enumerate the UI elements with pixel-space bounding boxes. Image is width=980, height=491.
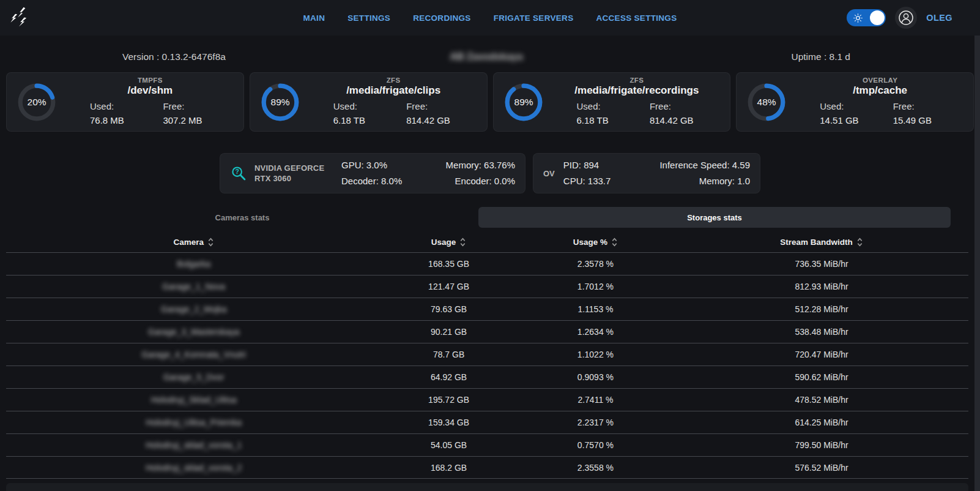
bandwidth-value: 614.25 MiB/hr: [675, 418, 968, 427]
column-header-bandwidth[interactable]: Stream Bandwidth: [675, 237, 968, 247]
next-section-edge: [6, 483, 968, 491]
nav-link-access-settings[interactable]: ACCESS SETTINGS: [596, 13, 677, 23]
camera-name: Garage_4_Komnata_Vnutri: [6, 350, 381, 359]
storage-card-cache: 48% OVERLAY /tmp/cache Used: 14.51 GB Fr…: [736, 72, 974, 132]
column-header-camera[interactable]: Camera: [6, 237, 381, 247]
bandwidth-value: 720.47 MiB/hr: [675, 350, 968, 359]
storage-cards-row: 20% TMPFS /dev/shm Used: 76.8 MB Free: 3…: [0, 70, 980, 132]
used-value: 14.51 GB: [820, 113, 893, 127]
column-header-usage-percent[interactable]: Usage %: [516, 237, 675, 247]
sort-icon: [459, 237, 466, 247]
sort-icon: [207, 237, 214, 247]
top-navbar: MAIN SETTINGS RECORDINGS FRIGATE SERVERS…: [0, 0, 980, 36]
storage-card-clips: 89% ZFS /media/frigate/clips Used: 6.18 …: [250, 72, 488, 132]
free-value: 15.49 GB: [893, 113, 966, 127]
camera-name: Garage_2_Mojka: [6, 304, 381, 314]
column-header-usage[interactable]: Usage: [381, 237, 516, 247]
storage-stats-table: Camera Usage Usage % Stream Bandwidth Bo…: [6, 232, 968, 479]
usage-percent-value: 1.1022 %: [516, 350, 675, 359]
bandwidth-value: 590.62 MiB/hr: [675, 372, 968, 382]
storage-info: TMPFS /dev/shm Used: 76.8 MB Free: 307.2…: [64, 77, 236, 127]
usage-percent-value: 2.3578 %: [516, 259, 675, 269]
used-label: Used:: [90, 99, 163, 113]
used-label: Used:: [820, 99, 893, 113]
version-label: Version : 0.13.2-6476f8a: [122, 51, 226, 62]
tab-storages-stats[interactable]: Storages stats: [478, 207, 951, 228]
camera-name: Holodnyj_sklad_vorota_2: [6, 463, 381, 473]
filesystem-type: ZFS: [308, 77, 480, 84]
table-row: Garage_5_Dvor 64.92 GB 0.9093 % 590.62 M…: [6, 365, 968, 388]
mount-path: /tmp/cache: [794, 84, 966, 97]
gpu-search-icon: ?: [230, 165, 247, 182]
navbar-right-group: OLEG: [847, 7, 952, 29]
storage-card-recordings: 89% ZFS /media/frigate/recordings Used: …: [493, 72, 731, 132]
camera-name: Garage_1_Nova: [6, 282, 381, 291]
table-row: Holodnyj_Ulitsa_Priemka 159.34 GB 2.2317…: [6, 411, 968, 433]
bandwidth-value: 736.35 MiB/hr: [675, 259, 968, 269]
storage-usage-donut: 89%: [260, 82, 300, 122]
frigate-logo-icon[interactable]: [9, 5, 34, 31]
free-value: 814.42 GB: [406, 113, 479, 127]
storage-info: OVERLAY /tmp/cache Used: 14.51 GB Free: …: [794, 77, 966, 127]
usage-value: 121.47 GB: [381, 282, 516, 291]
nav-link-settings[interactable]: SETTINGS: [347, 13, 390, 23]
usage-value: 168.2 GB: [381, 463, 516, 473]
gpu-memory-stat: Memory: 63.76%: [428, 157, 515, 173]
mount-path: /media/frigate/clips: [308, 84, 480, 97]
usage-percent-value: 1.7012 %: [516, 282, 675, 291]
table-row: Bolgarka 168.35 GB 2.3578 % 736.35 MiB/h…: [6, 252, 968, 275]
free-label: Free:: [893, 99, 966, 113]
free-value: 814.42 GB: [650, 113, 722, 127]
usage-percent-value: 2.3558 %: [516, 463, 675, 473]
used-label: Used:: [333, 99, 406, 113]
free-value: 307.2 MB: [163, 113, 236, 127]
svg-text:48%: 48%: [757, 97, 776, 107]
svg-text:20%: 20%: [28, 97, 46, 107]
nav-link-recordings[interactable]: RECORDINGS: [413, 13, 471, 23]
used-value: 6.18 TB: [333, 113, 406, 127]
usage-percent-value: 0.7570 %: [516, 440, 675, 450]
process-stats-row: ? NVIDIA GEFORCE RTX 3060 GPU: 3.0% Deco…: [0, 153, 980, 193]
page-scrollbar[interactable]: [974, 36, 980, 491]
theme-toggle-switch[interactable]: [847, 9, 886, 26]
usage-value: 64.92 GB: [381, 372, 516, 382]
usage-value: 54.05 GB: [381, 440, 516, 450]
detector-cpu-stat: CPU: 133.7: [563, 173, 657, 189]
sort-icon: [611, 237, 618, 247]
bandwidth-value: 478.52 MiB/hr: [675, 395, 968, 405]
camera-name: Garage_5_Dvor: [6, 372, 381, 382]
bandwidth-value: 512.28 MiB/hr: [675, 304, 968, 314]
detector-stats-card: OV PID: 894 CPU: 133.7 Inference Speed: …: [533, 153, 760, 193]
free-label: Free:: [650, 99, 722, 113]
usage-percent-value: 0.9093 %: [516, 372, 675, 382]
camera-name: Garage_3_Masterskaya: [6, 327, 381, 337]
usage-percent-value: 2.7411 %: [516, 395, 675, 405]
table-row: Garage_1_Nova 121.47 GB 1.7012 % 812.93 …: [6, 275, 968, 298]
mount-path: /dev/shm: [64, 84, 236, 97]
usage-percent-value: 1.2634 %: [516, 327, 675, 337]
uptime-label: Uptime : 8.1 d: [792, 51, 851, 62]
nav-link-main[interactable]: MAIN: [303, 13, 325, 23]
gpu-usage-stat: GPU: 3.0%: [341, 157, 428, 173]
main-navigation: MAIN SETTINGS RECORDINGS FRIGATE SERVERS…: [303, 13, 677, 23]
username-label[interactable]: OLEG: [926, 13, 952, 23]
table-header-row: Camera Usage Usage % Stream Bandwidth: [6, 232, 968, 252]
detector-pid-stat: PID: 894: [563, 157, 657, 173]
tab-cameras-stats[interactable]: Cameras stats: [6, 207, 478, 228]
table-row: Garage_3_Masterskaya 90.21 GB 1.2634 % 5…: [6, 320, 968, 343]
used-value: 6.18 TB: [577, 113, 650, 127]
storage-usage-donut: 48%: [746, 82, 787, 122]
user-avatar-icon[interactable]: [895, 7, 917, 29]
svg-text:89%: 89%: [270, 97, 289, 107]
nav-link-frigate-servers[interactable]: FRIGATE SERVERS: [494, 13, 574, 23]
gpu-name-label: NVIDIA GEFORCE RTX 3060: [254, 163, 333, 184]
stats-tabs: Cameras stats Storages stats: [6, 207, 951, 228]
camera-name: Bolgarka: [6, 259, 381, 269]
camera-name: Holodnyj_Ulitsa_Priemka: [6, 418, 381, 427]
gpu-decoder-stat: Decoder: 8.0%: [341, 173, 428, 189]
storage-card-tmpfs: 20% TMPFS /dev/shm Used: 76.8 MB Free: 3…: [6, 72, 244, 132]
usage-value: 78.7 GB: [381, 350, 516, 359]
storage-info: ZFS /media/frigate/recordings Used: 6.18…: [551, 77, 723, 127]
camera-name: Holodnyj_sklad_vorota_1: [6, 440, 381, 450]
filesystem-type: ZFS: [551, 77, 723, 84]
